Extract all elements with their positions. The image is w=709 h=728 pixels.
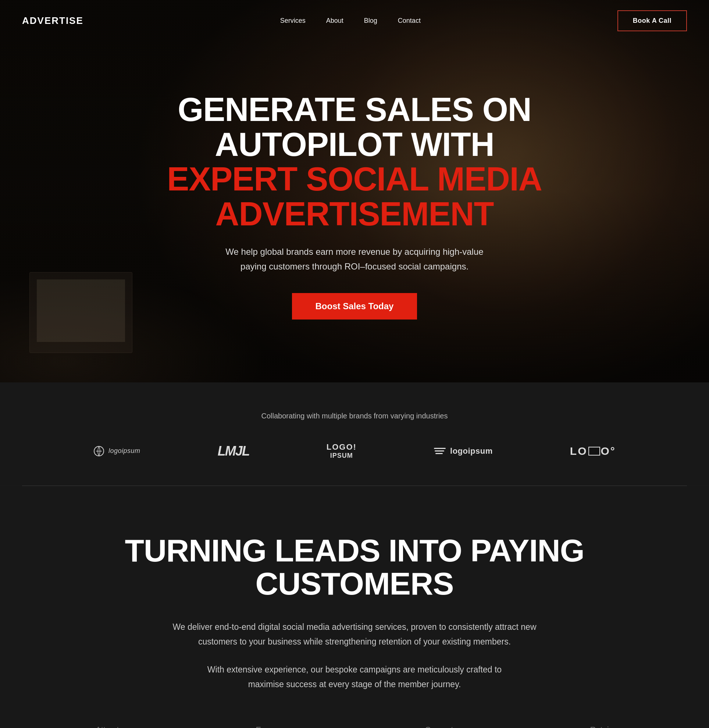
nav-link-blog[interactable]: Blog bbox=[364, 17, 377, 24]
brand4-waves-icon bbox=[434, 448, 446, 454]
services-section: TURNING LEADS INTO PAYING CUSTOMERS We d… bbox=[0, 486, 709, 728]
brand-logo-3: LOGO! IPSUM bbox=[327, 442, 357, 460]
brand2-text: LMJL bbox=[218, 444, 249, 458]
brand5-black-rect bbox=[588, 447, 600, 455]
journey-row: Attract Enagage Convert Retain bbox=[74, 725, 635, 728]
nav-link-about[interactable]: About bbox=[326, 17, 343, 24]
nav-link-contact[interactable]: Contact bbox=[398, 17, 421, 24]
brand-logo-1: logoipsum bbox=[93, 445, 140, 457]
hero-section: GENERATE SALES ON AUTOPILOT WITH EXPERT … bbox=[0, 0, 709, 382]
hero-subtitle: We help global brands earn more revenue … bbox=[222, 245, 487, 274]
brand3-line2: IPSUM bbox=[327, 452, 357, 460]
brand5-lo: LO bbox=[570, 445, 588, 457]
navbar: ADVERTISE Services About Blog Contact Bo… bbox=[0, 0, 709, 42]
brand-logo-2: LMJL bbox=[218, 444, 249, 459]
services-title: TURNING LEADS INTO PAYING CUSTOMERS bbox=[74, 534, 635, 600]
nav-link-services[interactable]: Services bbox=[280, 17, 306, 24]
brand-logo-4: logoipsum bbox=[434, 446, 493, 456]
brands-row: logoipsum LMJL LOGO! IPSUM logoipsum LO … bbox=[60, 442, 649, 460]
journey-step-engage: Enagage bbox=[255, 725, 288, 728]
brands-section: Collaborating with multiple brands from … bbox=[0, 382, 709, 485]
journey-step-convert: Convert bbox=[425, 725, 453, 728]
nav-links: Services About Blog Contact bbox=[280, 17, 421, 25]
brand1-text: logoipsum bbox=[108, 447, 140, 455]
services-description: We deliver end-to-end digital social med… bbox=[152, 620, 557, 649]
services-description-2: With extensive experience, our bespoke c… bbox=[196, 662, 513, 692]
brands-subtitle: Collaborating with multiple brands from … bbox=[29, 412, 680, 420]
hero-monitor-screen bbox=[37, 279, 125, 342]
book-call-button[interactable]: Book A Call bbox=[617, 10, 687, 31]
hero-title-red: EXPERT SOCIAL MEDIA ADVERTISEMENT bbox=[145, 162, 564, 231]
brand5-o: O° bbox=[601, 445, 616, 457]
journey-step-attract: Attract bbox=[96, 725, 119, 728]
hero-content: GENERATE SALES ON AUTOPILOT WITH EXPERT … bbox=[115, 92, 594, 319]
brand-logo-5: LO O° bbox=[570, 445, 616, 457]
journey-step-retain: Retain bbox=[590, 725, 613, 728]
brand4-text: logoipsum bbox=[450, 446, 493, 456]
brand3-line1: LOGO! bbox=[327, 442, 357, 452]
boost-sales-button[interactable]: Boost Sales Today bbox=[292, 293, 417, 320]
brand-logo: ADVERTISE bbox=[22, 15, 83, 26]
hero-title-white: GENERATE SALES ON AUTOPILOT WITH bbox=[145, 92, 564, 162]
brand1-circle-icon bbox=[93, 445, 105, 457]
